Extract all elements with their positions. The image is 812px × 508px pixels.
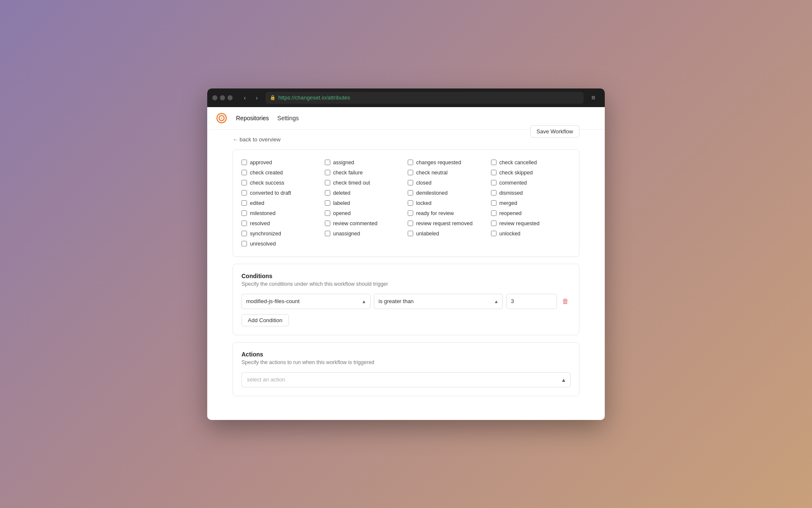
event-checkbox-item: converted to draft bbox=[241, 189, 321, 197]
event-checkbox-check_skipped[interactable] bbox=[491, 170, 497, 175]
event-checkbox-item: closed bbox=[408, 179, 488, 187]
event-checkbox-check_created[interactable] bbox=[241, 170, 247, 175]
event-checkbox-demilestoned[interactable] bbox=[408, 190, 413, 196]
event-checkbox-reopened[interactable] bbox=[491, 210, 497, 216]
url-text: https://changeset.io/attributes bbox=[278, 94, 350, 101]
event-checkbox-dismissed[interactable] bbox=[491, 190, 497, 196]
event-checkbox-review_request_removed[interactable] bbox=[408, 221, 413, 226]
event-label: changes requested bbox=[416, 160, 461, 166]
address-bar[interactable]: 🔒 https://changeset.io/attributes bbox=[266, 92, 584, 104]
nav-buttons: ‹ › bbox=[239, 92, 262, 103]
browser-window: ‹ › 🔒 https://changeset.io/attributes ≡ … bbox=[207, 88, 605, 420]
event-checkbox-unassigned[interactable] bbox=[325, 231, 330, 236]
event-label: check failure bbox=[333, 170, 363, 176]
lock-icon: 🔒 bbox=[270, 95, 276, 100]
event-checkbox-item bbox=[491, 240, 571, 248]
delete-condition-button[interactable]: 🗑 bbox=[560, 296, 571, 307]
back-button[interactable]: ‹ bbox=[239, 92, 250, 103]
event-checkbox-unlocked[interactable] bbox=[491, 231, 497, 236]
forward-button[interactable]: › bbox=[251, 92, 262, 103]
event-label: review commented bbox=[333, 221, 378, 226]
event-label: unlocked bbox=[499, 231, 521, 237]
event-label: review request removed bbox=[416, 221, 472, 226]
event-checkbox-item: unlocked bbox=[491, 229, 571, 238]
event-checkbox-labeled[interactable] bbox=[325, 200, 330, 206]
traffic-light-minimize[interactable] bbox=[220, 95, 225, 100]
event-label: unresolved bbox=[250, 241, 276, 247]
action-select-wrapper: select an actionassign revieweradd label… bbox=[241, 372, 571, 387]
event-checkbox-item: edited bbox=[241, 199, 321, 207]
event-label: approved bbox=[250, 160, 272, 166]
event-label: locked bbox=[416, 200, 431, 206]
conditions-subtitle: Specify the conditions under which this … bbox=[241, 281, 571, 287]
back-to-overview-link[interactable]: ← back to overview bbox=[233, 136, 280, 143]
traffic-light-close[interactable] bbox=[212, 95, 217, 100]
attribute-select[interactable]: modified-js-files-countmodified-files-co… bbox=[241, 294, 370, 309]
event-checkbox-item: resolved bbox=[241, 219, 321, 228]
event-checkbox-approved[interactable] bbox=[241, 160, 247, 165]
actions-title: Actions bbox=[241, 351, 571, 358]
event-label: converted to draft bbox=[250, 190, 291, 196]
event-checkbox-deleted[interactable] bbox=[325, 190, 330, 196]
event-label: demilestoned bbox=[416, 190, 447, 196]
event-label: deleted bbox=[333, 190, 351, 196]
top-actions-row: ← back to overview Save Workflow bbox=[233, 136, 579, 149]
event-checkbox-item: synchronized bbox=[241, 229, 321, 238]
event-checkbox-ready_for_review[interactable] bbox=[408, 210, 413, 216]
event-checkbox-synchronized[interactable] bbox=[241, 231, 247, 236]
event-checkbox-item: opened bbox=[325, 209, 405, 218]
event-checkbox-commented[interactable] bbox=[491, 180, 497, 185]
event-label: labeled bbox=[333, 200, 350, 206]
event-checkbox-resolved[interactable] bbox=[241, 221, 247, 226]
event-checkbox-review_requested[interactable] bbox=[491, 221, 497, 226]
app-content: Repositories Settings ← back to overview… bbox=[207, 107, 605, 420]
event-checkbox-opened[interactable] bbox=[325, 210, 330, 216]
event-checkbox-locked[interactable] bbox=[408, 200, 413, 206]
event-checkbox-item: dismissed bbox=[491, 189, 571, 197]
save-workflow-button[interactable]: Save Workflow bbox=[530, 125, 579, 138]
event-checkbox-check_timed_out[interactable] bbox=[325, 180, 330, 185]
event-checkbox-item: approved bbox=[241, 158, 321, 167]
event-checkbox-changes_requested[interactable] bbox=[408, 160, 413, 165]
event-checkbox-item: locked bbox=[408, 199, 488, 207]
event-label: closed bbox=[416, 180, 431, 186]
event-checkbox-item: changes requested bbox=[408, 158, 488, 167]
conditions-title: Conditions bbox=[241, 273, 571, 279]
condition-value-input[interactable] bbox=[506, 294, 557, 309]
event-checkbox-item: check cancelled bbox=[491, 158, 571, 167]
event-checkbox-item: check created bbox=[241, 168, 321, 177]
operator-select[interactable]: is greater thanis less thanis equal tois… bbox=[374, 294, 503, 309]
app-logo bbox=[216, 112, 228, 124]
event-checkbox-assigned[interactable] bbox=[325, 160, 330, 165]
event-checkbox-closed[interactable] bbox=[408, 180, 413, 185]
event-checkbox-item: milestoned bbox=[241, 209, 321, 218]
event-checkbox-review_commented[interactable] bbox=[325, 221, 330, 226]
menu-button[interactable]: ≡ bbox=[587, 91, 600, 104]
event-checkbox-unresolved[interactable] bbox=[241, 241, 247, 246]
action-select[interactable]: select an actionassign revieweradd label… bbox=[241, 372, 571, 387]
event-label: check skipped bbox=[499, 170, 533, 176]
event-checkbox-item: review commented bbox=[325, 219, 405, 228]
event-checkbox-edited[interactable] bbox=[241, 200, 247, 206]
event-checkbox-check_failure[interactable] bbox=[325, 170, 330, 175]
event-checkbox-check_success[interactable] bbox=[241, 180, 247, 185]
event-label: check timed out bbox=[333, 180, 370, 186]
event-label: check created bbox=[250, 170, 283, 176]
traffic-lights bbox=[212, 95, 233, 100]
event-label: ready for review bbox=[416, 210, 454, 216]
nav-settings[interactable]: Settings bbox=[277, 113, 299, 123]
event-label: check neutral bbox=[416, 170, 447, 176]
event-checkbox-merged[interactable] bbox=[491, 200, 497, 206]
svg-point-2 bbox=[221, 117, 222, 119]
add-condition-button[interactable]: Add Condition bbox=[241, 314, 289, 326]
event-label: check cancelled bbox=[499, 160, 537, 166]
event-label: merged bbox=[499, 200, 517, 206]
main-content: ← back to overview Save Workflow approve… bbox=[207, 130, 605, 420]
event-checkbox-unlabeled[interactable] bbox=[408, 231, 413, 236]
traffic-light-maximize[interactable] bbox=[228, 95, 233, 100]
event-checkbox-check_neutral[interactable] bbox=[408, 170, 413, 175]
event-checkbox-check_cancelled[interactable] bbox=[491, 160, 497, 165]
event-checkbox-converted_to_draft[interactable] bbox=[241, 190, 247, 196]
nav-repositories[interactable]: Repositories bbox=[236, 113, 269, 123]
event-checkbox-milestoned[interactable] bbox=[241, 210, 247, 216]
